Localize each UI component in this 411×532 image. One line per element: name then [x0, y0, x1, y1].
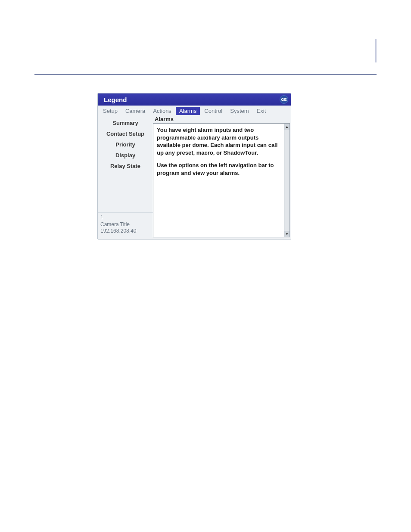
main-panel: Alarms You have eight alarm inputs and t…: [153, 116, 291, 239]
sidebar-item-relay-state[interactable]: Relay State: [98, 161, 153, 171]
nav-list: Summary Contact Setup Priority Display R…: [98, 116, 153, 173]
scroll-up-arrow-icon[interactable]: ▲: [284, 124, 290, 130]
vertical-scrollbar[interactable]: ▲ ▼: [284, 123, 290, 237]
camera-title: Camera Title: [100, 221, 150, 228]
sidebar-item-contact-setup[interactable]: Contact Setup: [98, 128, 153, 139]
menu-setup[interactable]: Setup: [100, 107, 121, 115]
content-area: Summary Contact Setup Priority Display R…: [98, 116, 291, 239]
sidebar-item-summary[interactable]: Summary: [98, 118, 153, 128]
sidebar-item-display[interactable]: Display: [98, 150, 153, 161]
camera-index: 1: [100, 215, 150, 221]
menu-exit[interactable]: Exit: [253, 107, 270, 115]
scroll-down-arrow-icon[interactable]: ▼: [284, 231, 290, 237]
alarms-paragraph-1: You have eight alarm inputs and two prog…: [157, 126, 280, 156]
menu-camera[interactable]: Camera: [122, 107, 149, 115]
camera-ip: 192.168.208.40: [100, 228, 150, 235]
menu-bar: Setup Camera Actions Alarms Control Syst…: [98, 106, 291, 116]
menu-actions[interactable]: Actions: [149, 107, 175, 115]
sidebar: Summary Contact Setup Priority Display R…: [98, 116, 153, 239]
page-margin-mark: [375, 39, 377, 62]
ge-logo-icon: GE: [280, 95, 288, 104]
panel-body: You have eight alarm inputs and two prog…: [153, 123, 284, 237]
window-title: Legend: [104, 96, 127, 103]
menu-alarms[interactable]: Alarms: [176, 107, 200, 115]
sidebar-item-priority[interactable]: Priority: [98, 139, 153, 150]
legend-window: Legend GE Setup Camera Actions Alarms Co…: [97, 93, 291, 240]
panel-body-wrap: You have eight alarm inputs and two prog…: [153, 123, 290, 237]
title-bar: Legend GE: [98, 93, 291, 106]
panel-heading: Alarms: [153, 116, 291, 123]
camera-info: 1 Camera Title 192.168.208.40: [98, 212, 153, 236]
page-divider: [34, 74, 377, 75]
alarms-paragraph-2: Use the options on the left navigation b…: [157, 162, 280, 177]
menu-control[interactable]: Control: [201, 107, 226, 115]
menu-system[interactable]: System: [227, 107, 252, 115]
